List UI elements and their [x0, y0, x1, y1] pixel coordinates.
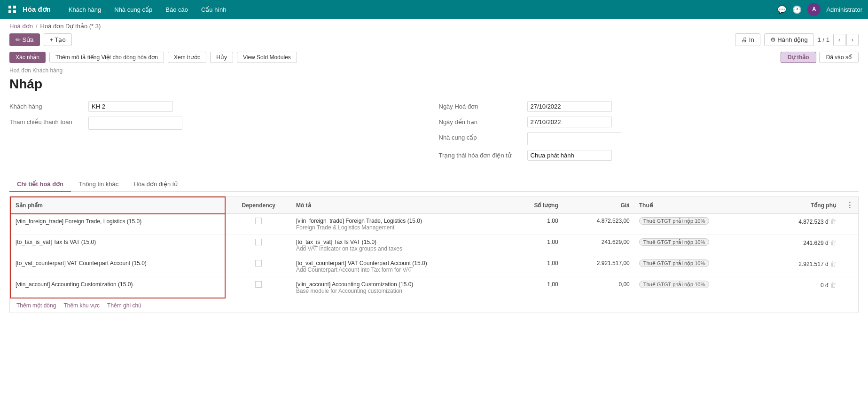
nav-item-config[interactable]: Cấu hình	[195, 0, 233, 19]
qty-cell-4[interactable]: 1,00	[506, 277, 563, 298]
clock-icon[interactable]: 🕐	[792, 5, 802, 14]
main-content: Hoá đơn Khách hàng Nháp Khách hàng KH 2 …	[0, 67, 868, 322]
admin-name: Administrator	[826, 6, 862, 13]
breadcrumb-separator: /	[36, 23, 38, 30]
price-cell-3[interactable]: 2.921.517,00	[563, 256, 634, 277]
row4-extra	[841, 277, 858, 298]
prev-arrow[interactable]: ‹	[833, 34, 845, 46]
field-einvoice-status: Trạng thái hóa đơn điện tử Chưa phát hàn…	[439, 150, 859, 161]
breadcrumb-current: Hoá đơn Dự thảo (* 3)	[40, 23, 101, 30]
nav-item-reports[interactable]: Báo cáo	[159, 0, 195, 19]
add-note-btn[interactable]: Thêm ghi chú	[107, 302, 141, 309]
qty-cell-2[interactable]: 1,00	[506, 235, 563, 256]
tax-cell-2: Thuế GTGT phải nộp 10%	[634, 235, 756, 256]
supplier-label: Nhà cung cấp	[439, 132, 524, 141]
field-due-date: Ngày đến hạn 27/10/2022	[439, 117, 859, 127]
mota-line2-3: Add Counterpart Account into Tax form fo…	[296, 267, 501, 273]
table-row: [to_tax_is_vat] Tax Is VAT (15.0) [to_ta…	[10, 235, 858, 256]
app-title: Hóa đơn	[23, 5, 51, 14]
payment-ref-value[interactable]	[88, 117, 182, 130]
delete-row-1[interactable]: 🗑	[830, 218, 837, 225]
due-date-value[interactable]: 27/10/2022	[527, 117, 612, 127]
product-cell-1[interactable]: [viin_foreign_trade] Foreign Trade, Logi…	[10, 214, 225, 235]
table-footer: Thêm một dòng Thêm khu vực Thêm ghi chú	[10, 298, 858, 313]
dependency-cell-1[interactable]	[225, 214, 291, 235]
delete-row-3[interactable]: 🗑	[830, 260, 837, 267]
stage-posted[interactable]: Đã vào sổ	[819, 52, 859, 63]
product-name-4: [viin_account] Accounting Customization …	[16, 281, 133, 288]
price-cell-1[interactable]: 4.872.523,00	[563, 214, 634, 235]
product-name-1: [viin_foreign_trade] Foreign Trade, Logi…	[16, 218, 141, 225]
product-name-3: [to_vat_counterpart] VAT Counterpart Acc…	[16, 260, 147, 267]
col-header-dependency: Dependency	[225, 197, 291, 214]
app-grid-icon[interactable]	[6, 3, 19, 16]
preview-button[interactable]: Xem trước	[168, 52, 206, 63]
product-cell-4[interactable]: [viin_account] Accounting Customization …	[10, 277, 225, 298]
cancel-button[interactable]: Hủy	[210, 52, 233, 63]
nav-item-customers[interactable]: Khách hàng	[62, 0, 108, 19]
chat-icon[interactable]: 💬	[777, 5, 787, 14]
mota-line2-2: Add VAT indicator on tax groups and taxe…	[296, 245, 501, 252]
delete-row-2[interactable]: 🗑	[830, 239, 837, 246]
field-customer: Khách hàng KH 2	[9, 101, 430, 112]
total-cell-4: 0 đ 🗑	[755, 277, 841, 298]
avatar[interactable]: A	[807, 3, 821, 16]
form-left: Khách hàng KH 2 Tham chiếu thanh toán	[9, 101, 430, 165]
svg-rect-0	[8, 6, 11, 8]
action-bar: ✏ Sửa + Tạo 🖨 In ⚙ Hành động 1 / 1 ‹ ›	[0, 30, 868, 50]
row1-extra	[841, 214, 858, 235]
tab-einvoice[interactable]: Hóa đơn điện tử	[126, 177, 185, 192]
tax-badge-4: Thuế GTGT phải nộp 10%	[639, 281, 709, 288]
add-desc-button[interactable]: Thêm mô tả tiếng Việt cho dòng hóa đơn	[49, 52, 164, 63]
tax-badge-1: Thuế GTGT phải nộp 10%	[639, 217, 709, 225]
due-date-label: Ngày đến hạn	[439, 117, 524, 126]
einvoice-label: Trạng thái hóa đơn điện tử	[439, 150, 524, 159]
add-line-btn[interactable]: Thêm một dòng	[16, 302, 56, 309]
svg-rect-2	[8, 10, 11, 13]
supplier-value[interactable]	[527, 132, 621, 145]
create-button[interactable]: + Tạo	[44, 33, 72, 46]
total-cell-3: 2.921.517 đ 🗑	[755, 256, 841, 277]
next-arrow[interactable]: ›	[846, 34, 859, 46]
dependency-cell-4[interactable]	[225, 277, 291, 298]
dependency-checkbox-2[interactable]	[255, 239, 262, 245]
mota-line1-4: [viin_account] Accounting Customization …	[296, 281, 501, 288]
price-cell-4[interactable]: 0,00	[563, 277, 634, 298]
col-header-gia: Giá	[563, 197, 634, 214]
customer-value[interactable]: KH 2	[88, 101, 173, 112]
product-cell-3[interactable]: [to_vat_counterpart] VAT Counterpart Acc…	[10, 256, 225, 277]
mota-line1-2: [to_tax_is_vat] Tax Is VAT (15.0)	[296, 239, 501, 245]
nav-item-suppliers[interactable]: Nhà cung cấp	[108, 0, 159, 19]
breadcrumb-parent[interactable]: Hoá đơn	[9, 23, 33, 30]
dependency-checkbox-4[interactable]	[255, 281, 262, 288]
dependency-checkbox-1[interactable]	[255, 218, 262, 224]
action-button[interactable]: ⚙ Hành động	[764, 33, 814, 46]
qty-cell-3[interactable]: 1,00	[506, 256, 563, 277]
mota-line1-1: [viin_foreign_trade] Foreign Trade, Logi…	[296, 218, 501, 224]
qty-cell-1[interactable]: 1,00	[506, 214, 563, 235]
delete-row-4[interactable]: 🗑	[830, 281, 837, 289]
price-cell-2[interactable]: 241.629,00	[563, 235, 634, 256]
col-header-product: Sản phẩm	[10, 197, 225, 214]
nav-right: 💬 🕐 A Administrator	[777, 3, 862, 16]
add-section-btn[interactable]: Thêm khu vực	[63, 302, 100, 309]
invoice-date-value[interactable]: 27/10/2022	[527, 101, 612, 112]
dependency-cell-2[interactable]	[225, 235, 291, 256]
confirm-button[interactable]: Xác nhận	[9, 52, 46, 63]
table-row: [viin_account] Accounting Customization …	[10, 277, 858, 298]
print-button[interactable]: 🖨 In	[735, 33, 760, 46]
view-sold-modules-button[interactable]: View Sold Modules	[237, 52, 297, 63]
form-right: Ngày Hoá đơn 27/10/2022 Ngày đến hạn 27/…	[439, 101, 859, 165]
product-cell-2[interactable]: [to_tax_is_vat] Tax Is VAT (15.0)	[10, 235, 225, 256]
mota-cell-2: [to_tax_is_vat] Tax Is VAT (15.0) Add VA…	[291, 235, 506, 256]
stage-draft[interactable]: Dự thảo	[781, 52, 816, 63]
einvoice-value: Chưa phát hành	[527, 150, 612, 161]
edit-button[interactable]: ✏ Sửa	[9, 33, 40, 46]
tab-invoice-detail[interactable]: Chi tiết hoá đơn	[9, 177, 71, 192]
dependency-checkbox-3[interactable]	[255, 260, 262, 267]
customer-label: Khách hàng	[9, 101, 85, 110]
tab-other-info[interactable]: Thông tin khác	[71, 177, 126, 192]
dependency-cell-3[interactable]	[225, 256, 291, 277]
column-options-icon[interactable]: ⋮	[846, 201, 853, 209]
mota-cell-4: [viin_account] Accounting Customization …	[291, 277, 506, 298]
